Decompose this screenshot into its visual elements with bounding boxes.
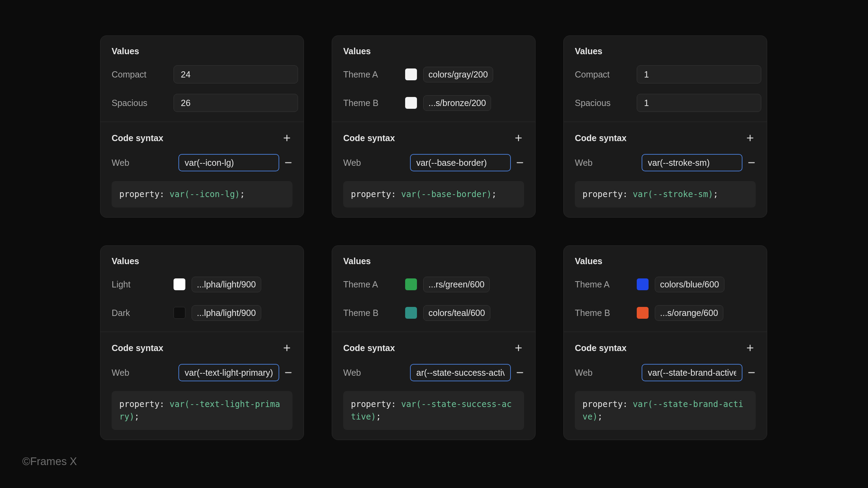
swatch-container: ...s/bronze/200 <box>405 95 491 111</box>
plus-icon[interactable] <box>745 132 756 144</box>
plus-icon[interactable] <box>513 132 524 144</box>
color-swatch[interactable] <box>405 97 417 109</box>
value-row-label: Theme B <box>343 308 405 318</box>
footer-credit: ©Frames X <box>22 455 77 468</box>
value-row: Theme Acolors/blue/600 <box>575 275 756 293</box>
code-syntax-heading: Code syntax <box>343 133 395 143</box>
code-syntax-heading: Code syntax <box>575 133 627 143</box>
values-section: ValuesTheme Acolors/blue/600Theme B...s/… <box>564 246 767 332</box>
color-chip[interactable]: ...s/orange/600 <box>655 305 723 321</box>
value-row-label: Theme B <box>575 308 637 318</box>
value-row: Theme B...s/bronze/200 <box>343 94 524 112</box>
values-heading: Values <box>112 256 292 266</box>
swatch-container: ...rs/green/600 <box>405 277 490 292</box>
color-swatch[interactable] <box>174 278 185 290</box>
code-property: property: <box>351 189 396 199</box>
color-chip[interactable]: ...s/bronze/200 <box>423 95 491 111</box>
token-card: ValuesCompactSpaciousCode syntaxWebprope… <box>563 35 767 218</box>
swatch-container: colors/gray/200 <box>405 67 493 82</box>
code-semicolon: ; <box>240 189 245 199</box>
code-value: var(--stroke-sm) <box>633 189 713 199</box>
minus-icon[interactable] <box>747 158 756 167</box>
code-syntax-section: Code syntaxWebproperty: var(--icon-lg); <box>101 122 304 217</box>
color-swatch[interactable] <box>637 307 649 319</box>
syntax-platform-label: Web <box>112 158 174 168</box>
color-chip[interactable]: colors/gray/200 <box>423 67 493 82</box>
value-row: Light...lpha/light/900 <box>112 275 292 293</box>
minus-icon[interactable] <box>747 368 756 377</box>
plus-icon[interactable] <box>281 132 292 144</box>
value-row: Dark...lpha/light/900 <box>112 304 292 322</box>
code-syntax-header: Code syntax <box>112 132 292 144</box>
color-swatch[interactable] <box>405 68 417 80</box>
code-semicolon: ; <box>492 189 497 199</box>
value-row-label: Spacious <box>575 98 637 108</box>
code-value: var(--base-border) <box>401 189 492 199</box>
card-grid: ValuesCompactSpaciousCode syntaxWebprope… <box>100 35 767 440</box>
minus-icon[interactable] <box>284 158 292 167</box>
value-input[interactable] <box>174 94 298 112</box>
syntax-row: Web <box>343 154 524 171</box>
values-section: ValuesCompactSpacious <box>564 36 767 122</box>
code-syntax-header: Code syntax <box>343 342 524 353</box>
code-syntax-section: Code syntaxWebproperty: var(--state-bran… <box>564 332 767 440</box>
syntax-platform-label: Web <box>343 368 405 378</box>
value-row: Theme Bcolors/teal/600 <box>343 304 524 322</box>
syntax-input[interactable] <box>178 154 279 171</box>
syntax-input[interactable] <box>642 364 742 381</box>
value-row: Compact <box>112 65 292 83</box>
swatch-container: colors/blue/600 <box>637 277 724 292</box>
code-syntax-heading: Code syntax <box>575 343 627 353</box>
code-syntax-section: Code syntaxWebproperty: var(--base-borde… <box>332 122 535 217</box>
code-syntax-heading: Code syntax <box>112 133 163 143</box>
values-heading: Values <box>575 46 756 56</box>
code-property: property: <box>351 399 396 409</box>
color-chip[interactable]: ...lpha/light/900 <box>192 305 261 321</box>
color-chip[interactable]: ...rs/green/600 <box>423 277 490 292</box>
syntax-input[interactable] <box>410 154 511 171</box>
token-card: ValuesLight...lpha/light/900Dark...lpha/… <box>100 245 304 440</box>
syntax-platform-label: Web <box>343 158 405 168</box>
value-row-label: Theme A <box>575 279 637 290</box>
color-chip[interactable]: ...lpha/light/900 <box>192 277 261 292</box>
code-syntax-header: Code syntax <box>575 132 756 144</box>
value-input[interactable] <box>637 65 761 83</box>
code-preview: property: var(--state-brand-active); <box>575 391 756 430</box>
swatch-container: colors/teal/600 <box>405 305 490 321</box>
value-row-label: Theme B <box>343 98 405 108</box>
value-row-label: Compact <box>112 70 174 80</box>
code-preview: property: var(--stroke-sm); <box>575 181 756 208</box>
color-chip[interactable]: colors/blue/600 <box>655 277 724 292</box>
minus-icon[interactable] <box>284 368 292 377</box>
plus-icon[interactable] <box>281 342 292 353</box>
color-swatch[interactable] <box>405 307 417 319</box>
value-row-label: Compact <box>575 70 637 80</box>
value-row-label: Spacious <box>112 98 174 108</box>
swatch-container: ...lpha/light/900 <box>174 277 261 292</box>
color-swatch[interactable] <box>405 278 417 290</box>
code-value: var(--icon-lg) <box>170 189 240 199</box>
syntax-input[interactable] <box>642 154 742 171</box>
code-syntax-header: Code syntax <box>343 132 524 144</box>
minus-icon[interactable] <box>516 368 524 377</box>
code-semicolon: ; <box>134 412 139 422</box>
color-swatch[interactable] <box>637 278 649 290</box>
plus-icon[interactable] <box>513 342 524 353</box>
value-input[interactable] <box>637 94 761 112</box>
syntax-input[interactable] <box>410 364 511 381</box>
plus-icon[interactable] <box>745 342 756 353</box>
swatch-container: ...s/orange/600 <box>637 305 723 321</box>
color-swatch[interactable] <box>174 307 185 319</box>
code-semicolon: ; <box>597 412 602 422</box>
syntax-platform-label: Web <box>575 158 637 168</box>
syntax-platform-label: Web <box>575 368 637 378</box>
syntax-row: Web <box>112 154 292 171</box>
code-preview: property: var(--state-success-active); <box>343 391 524 430</box>
value-row: Spacious <box>575 94 756 112</box>
value-input[interactable] <box>174 65 298 83</box>
value-row-label: Dark <box>112 308 174 318</box>
syntax-input[interactable] <box>178 364 279 381</box>
minus-icon[interactable] <box>516 158 524 167</box>
color-chip[interactable]: colors/teal/600 <box>423 305 490 321</box>
values-heading: Values <box>575 256 756 266</box>
